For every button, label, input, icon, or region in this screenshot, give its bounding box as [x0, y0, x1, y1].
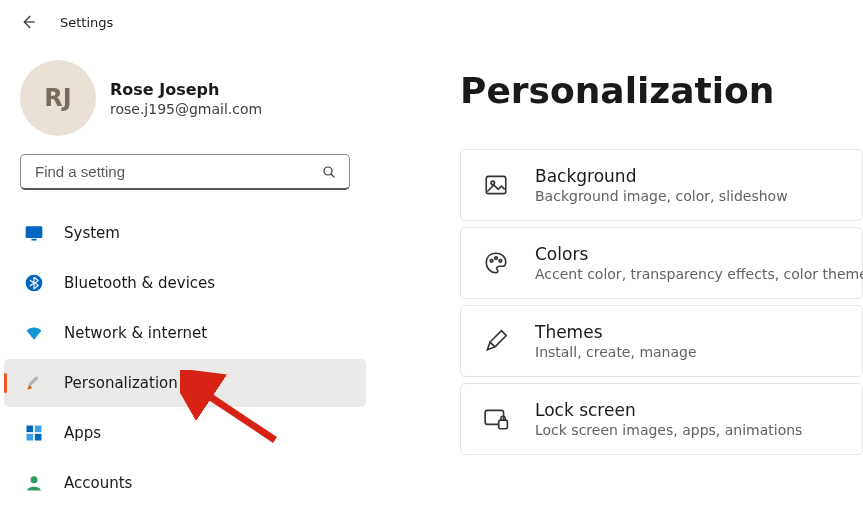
- sidebar-item-system[interactable]: System: [4, 209, 366, 257]
- sidebar-item-label: Accounts: [64, 474, 132, 492]
- sidebar-item-apps[interactable]: Apps: [4, 409, 366, 457]
- sidebar-item-personalization[interactable]: Personalization: [4, 359, 366, 407]
- card-title: Themes: [535, 322, 697, 342]
- card-title: Background: [535, 166, 788, 186]
- avatar: RJ: [20, 60, 96, 136]
- search-icon: [321, 164, 337, 180]
- main-content: Personalization Background Background im…: [370, 40, 863, 524]
- account-block[interactable]: RJ Rose Joseph rose.j195@gmail.com: [0, 50, 370, 154]
- svg-point-0: [324, 167, 332, 175]
- sidebar-nav: System Bluetooth & devices Network & int…: [0, 208, 370, 508]
- card-subtitle: Accent color, transparency effects, colo…: [535, 266, 863, 282]
- search-input[interactable]: [33, 162, 321, 181]
- image-icon: [483, 172, 509, 198]
- card-themes[interactable]: Themes Install, create, manage: [460, 305, 863, 377]
- svg-line-1: [331, 174, 334, 177]
- svg-rect-3: [32, 239, 37, 241]
- svg-point-10: [31, 476, 38, 483]
- card-colors[interactable]: Colors Accent color, transparency effect…: [460, 227, 863, 299]
- sidebar-item-label: Apps: [64, 424, 101, 442]
- wifi-icon: [24, 323, 44, 343]
- sidebar-item-label: System: [64, 224, 120, 242]
- svg-rect-6: [27, 426, 34, 433]
- svg-rect-9: [35, 434, 42, 441]
- account-email: rose.j195@gmail.com: [110, 101, 262, 117]
- search-box[interactable]: [20, 154, 350, 190]
- palette-icon: [483, 250, 509, 276]
- sidebar-item-network[interactable]: Network & internet: [4, 309, 366, 357]
- svg-rect-8: [27, 434, 34, 441]
- pen-icon: [483, 328, 509, 354]
- svg-rect-7: [35, 426, 42, 433]
- app-title: Settings: [60, 15, 113, 30]
- paintbrush-icon: [24, 373, 44, 393]
- svg-rect-5: [28, 376, 39, 387]
- svg-point-15: [499, 260, 502, 263]
- svg-point-13: [490, 260, 493, 263]
- sidebar-item-label: Network & internet: [64, 324, 207, 342]
- apps-icon: [24, 423, 44, 443]
- svg-rect-2: [26, 226, 43, 238]
- lock-screen-icon: [483, 406, 509, 432]
- sidebar: RJ Rose Joseph rose.j195@gmail.com Sy: [0, 40, 370, 524]
- back-arrow-icon: [19, 13, 37, 31]
- card-subtitle: Install, create, manage: [535, 344, 697, 360]
- header-bar: Settings: [0, 0, 863, 40]
- svg-rect-17: [499, 420, 508, 429]
- card-subtitle: Lock screen images, apps, animations: [535, 422, 802, 438]
- back-button[interactable]: [14, 8, 42, 36]
- card-title: Lock screen: [535, 400, 802, 420]
- sidebar-item-bluetooth[interactable]: Bluetooth & devices: [4, 259, 366, 307]
- sidebar-item-label: Bluetooth & devices: [64, 274, 215, 292]
- svg-rect-11: [486, 176, 506, 193]
- person-icon: [24, 473, 44, 493]
- system-icon: [24, 223, 44, 243]
- svg-point-14: [495, 257, 498, 260]
- card-lockscreen[interactable]: Lock screen Lock screen images, apps, an…: [460, 383, 863, 455]
- sidebar-item-label: Personalization: [64, 374, 178, 392]
- bluetooth-icon: [24, 273, 44, 293]
- card-subtitle: Background image, color, slideshow: [535, 188, 788, 204]
- settings-card-list: Background Background image, color, slid…: [460, 149, 863, 455]
- sidebar-item-accounts[interactable]: Accounts: [4, 459, 366, 507]
- account-name: Rose Joseph: [110, 80, 262, 99]
- page-title: Personalization: [460, 70, 863, 111]
- card-background[interactable]: Background Background image, color, slid…: [460, 149, 863, 221]
- card-title: Colors: [535, 244, 863, 264]
